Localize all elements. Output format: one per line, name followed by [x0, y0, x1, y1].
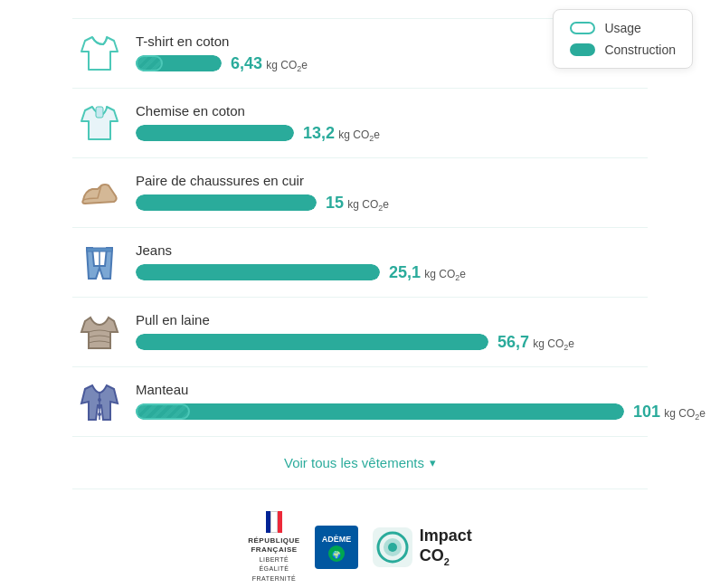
- flag-white: [270, 511, 277, 533]
- tricolor-flag: [266, 511, 282, 533]
- legend-construction: Construction: [570, 43, 676, 57]
- construction-label: Construction: [604, 43, 676, 57]
- bar-construction-chemise: [136, 125, 294, 141]
- coat-icon: [72, 380, 127, 423]
- bar-container-manteau: 101 kg CO2e: [136, 403, 706, 422]
- bar-construction-pull: [136, 334, 488, 350]
- item-content-jeans: Jeans 25,1 kg CO2e: [136, 242, 648, 282]
- bar-value-manteau: 101 kg CO2e: [633, 403, 706, 422]
- item-name-manteau: Manteau: [136, 382, 706, 397]
- bar-container-chemise: 13,2 kg CO2e: [136, 124, 648, 143]
- item-name-chaussures: Paire de chaussures en cuir: [136, 173, 648, 188]
- bar-track-chemise: [136, 125, 294, 141]
- svg-point-16: [388, 543, 397, 552]
- item-row-chemise: Chemise en coton 13,2 kg CO2e: [72, 89, 648, 158]
- item-row-jeans: Jeans 25,1 kg CO2e: [72, 228, 648, 298]
- see-all-button[interactable]: Voir tous les vêtements ▾: [284, 455, 436, 470]
- see-all-wrapper: Voir tous les vêtements ▾: [72, 437, 648, 489]
- legend-box: Usage Construction: [553, 9, 693, 69]
- see-all-label: Voir tous les vêtements: [284, 455, 424, 470]
- main-container: T-shirt en coton 6,43 kg CO2e Chemise en…: [0, 0, 720, 588]
- bar-track-manteau: [136, 403, 624, 420]
- bar-container-jeans: 25,1 kg CO2e: [136, 263, 648, 282]
- bar-container-chaussures: 15 kg CO2e: [136, 194, 648, 213]
- svg-point-6: [98, 398, 101, 402]
- ademe-svg: ADÈME 🌍: [317, 527, 356, 567]
- svg-text:ADÈME: ADÈME: [321, 535, 351, 544]
- bar-track-tshirt: [136, 55, 222, 71]
- flag-red: [278, 511, 282, 533]
- bar-usage-manteau: [136, 403, 190, 420]
- bar-value-chaussures: 15 kg CO2e: [326, 194, 389, 213]
- ademe-logo: ADÈME 🌍: [315, 526, 358, 569]
- usage-label: Usage: [604, 21, 640, 35]
- impact-text: ImpactCO2: [420, 526, 472, 567]
- jeans-icon: [72, 241, 127, 284]
- usage-swatch: [570, 22, 595, 34]
- bar-value-jeans: 25,1 kg CO2e: [389, 263, 466, 282]
- impact-icon-svg: [373, 527, 412, 567]
- republique-text: RÉPUBLIQUEFRANÇAISE LibertéÉgalitéFrater…: [248, 536, 299, 583]
- bar-usage-tshirt: [136, 55, 163, 71]
- bar-track-pull: [136, 334, 488, 350]
- legend-usage: Usage: [570, 21, 676, 35]
- item-name-pull: Pull en laine: [136, 312, 648, 327]
- republique-sub: LibertéÉgalitéFraternité: [252, 556, 296, 582]
- item-row-manteau: Manteau 101 kg CO2e: [72, 367, 648, 437]
- item-content-pull: Pull en laine 56,7 kg CO2e: [136, 312, 648, 352]
- bar-construction-chaussures: [136, 194, 317, 211]
- item-name-jeans: Jeans: [136, 242, 648, 258]
- item-row-chaussures: Paire de chaussures en cuir 15 kg CO2e: [72, 158, 648, 228]
- construction-swatch: [570, 43, 595, 56]
- republique-logo: RÉPUBLIQUEFRANÇAISE LibertéÉgalitéFrater…: [248, 511, 299, 583]
- svg-point-7: [98, 405, 101, 409]
- sweater-icon: [72, 310, 127, 354]
- svg-text:🌍: 🌍: [332, 550, 341, 559]
- chevron-down-icon: ▾: [430, 456, 436, 469]
- item-content-chemise: Chemise en coton 13,2 kg CO2e: [136, 103, 648, 143]
- bar-value-chemise: 13,2 kg CO2e: [303, 124, 380, 143]
- item-row-pull: Pull en laine 56,7 kg CO2e: [72, 298, 648, 367]
- svg-rect-2: [96, 107, 103, 118]
- bar-value-pull: 56,7 kg CO2e: [497, 333, 574, 352]
- item-name-chemise: Chemise en coton: [136, 103, 648, 119]
- svg-rect-4: [87, 248, 112, 251]
- item-content-manteau: Manteau 101 kg CO2e: [136, 382, 706, 422]
- bar-track-chaussures: [136, 194, 317, 211]
- items-list: T-shirt en coton 6,43 kg CO2e Chemise en…: [72, 18, 648, 437]
- shirt-icon: [72, 101, 127, 145]
- shoe-icon: [72, 171, 127, 214]
- bar-container-pull: 56,7 kg CO2e: [136, 333, 648, 352]
- tshirt-icon: [72, 32, 127, 75]
- bar-construction-manteau: [136, 403, 624, 420]
- impact-co2-logo: ImpactCO2: [373, 526, 472, 567]
- footer: RÉPUBLIQUEFRANÇAISE LibertéÉgalitéFrater…: [72, 489, 648, 588]
- item-content-chaussures: Paire de chaussures en cuir 15 kg CO2e: [136, 173, 648, 213]
- bar-construction-jeans: [136, 264, 380, 280]
- bar-track-jeans: [136, 264, 380, 280]
- svg-point-8: [98, 413, 101, 416]
- bar-value-tshirt: 6,43 kg CO2e: [231, 54, 308, 73]
